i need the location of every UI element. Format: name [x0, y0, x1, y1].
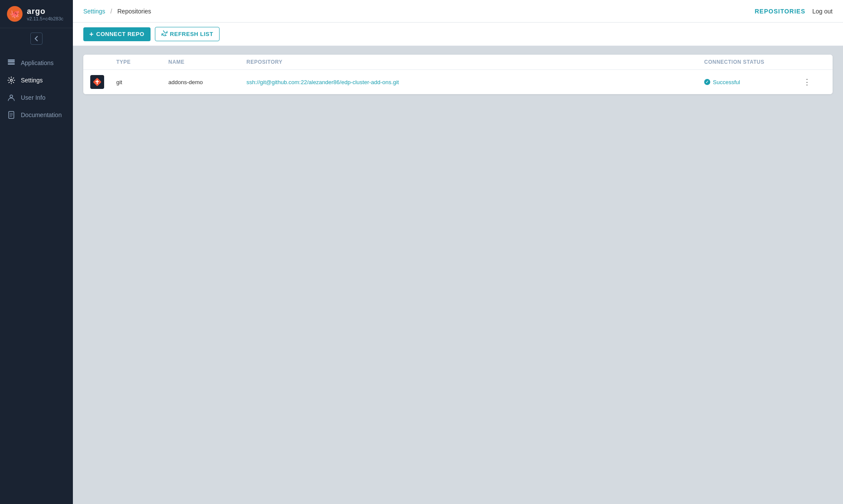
logo-name: argo: [27, 7, 63, 16]
logo-area: 🐙 argo v2.11.5+c4b283c: [0, 0, 73, 28]
sidebar-item-label-applications: Applications: [21, 59, 54, 66]
content-area: TYPE NAME REPOSITORY CONNECTION STATUS g…: [73, 46, 843, 504]
row-icon: [90, 75, 116, 89]
more-options-button[interactable]: ⋮: [800, 75, 814, 88]
table-row: git addons-demo ssh://git@github.com:22/…: [83, 70, 833, 94]
sidebar-item-applications[interactable]: Applications: [0, 54, 73, 72]
logo-text: argo v2.11.5+c4b283c: [27, 7, 63, 21]
breadcrumb-current: Repositories: [117, 8, 151, 15]
sidebar-item-settings[interactable]: Settings: [0, 72, 73, 89]
status-success-badge: Successful: [704, 79, 740, 85]
topbar: Settings / Repositories REPOSITORIES Log…: [73, 0, 843, 23]
plus-icon: +: [89, 31, 94, 38]
main-content: Settings / Repositories REPOSITORIES Log…: [73, 0, 843, 504]
table-header: TYPE NAME REPOSITORY CONNECTION STATUS: [83, 55, 833, 70]
user-icon: [7, 93, 16, 102]
refresh-list-button[interactable]: REFRESH LIST: [155, 27, 220, 41]
breadcrumb-settings-link[interactable]: Settings: [83, 8, 105, 15]
col-header-type: TYPE: [116, 59, 168, 65]
svg-rect-0: [8, 61, 15, 62]
row-actions: ⋮: [800, 75, 826, 88]
breadcrumb: Settings / Repositories: [83, 8, 151, 15]
refresh-icon: [161, 30, 167, 38]
col-header-status: CONNECTION STATUS: [704, 59, 800, 65]
logo-version: v2.11.5+c4b283c: [27, 16, 63, 21]
logout-link[interactable]: Log out: [812, 8, 833, 15]
topbar-right: REPOSITORIES Log out: [755, 8, 833, 15]
col-header-name: NAME: [168, 59, 246, 65]
sidebar-item-documentation[interactable]: Documentation: [0, 106, 73, 124]
back-button[interactable]: [30, 33, 43, 45]
repositories-table: TYPE NAME REPOSITORY CONNECTION STATUS g…: [83, 55, 833, 94]
breadcrumb-separator: /: [111, 8, 112, 15]
row-name: addons-demo: [168, 79, 246, 85]
gear-icon: [7, 76, 16, 85]
sidebar: 🐙 argo v2.11.5+c4b283c Applications: [0, 0, 73, 504]
svg-point-3: [10, 79, 13, 82]
sidebar-item-user-info[interactable]: User Info: [0, 89, 73, 106]
git-logo-icon: [90, 75, 104, 89]
sidebar-nav: Applications Settings User Info: [0, 49, 73, 504]
sidebar-item-label-documentation: Documentation: [21, 111, 62, 118]
col-header-repo: REPOSITORY: [246, 59, 704, 65]
connect-repo-button[interactable]: + CONNECT REPO: [83, 27, 151, 41]
col-header-actions: [800, 59, 826, 65]
page-title: REPOSITORIES: [755, 8, 806, 15]
doc-icon: [7, 111, 16, 119]
sidebar-item-label-user-info: User Info: [21, 94, 46, 101]
sidebar-item-label-settings: Settings: [21, 77, 43, 84]
svg-rect-1: [8, 63, 15, 65]
logo-avatar: 🐙: [7, 6, 23, 22]
status-dot-icon: [704, 79, 710, 85]
col-header-icon: [90, 59, 116, 65]
svg-point-4: [10, 95, 13, 98]
svg-rect-2: [8, 59, 15, 61]
row-type: git: [116, 79, 168, 85]
row-status: Successful: [704, 79, 800, 85]
row-repository-link[interactable]: ssh://git@github.com:22/alezander86/edp-…: [246, 79, 704, 85]
toolbar: + CONNECT REPO REFRESH LIST: [73, 23, 843, 46]
layers-icon: [7, 59, 16, 67]
status-label: Successful: [713, 79, 740, 85]
